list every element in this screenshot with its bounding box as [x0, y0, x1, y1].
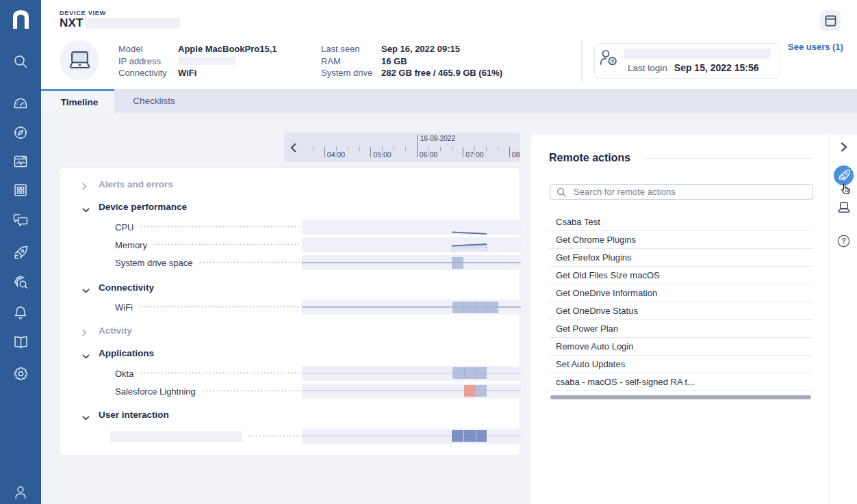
sidebar-item-gear[interactable]: [0, 366, 41, 382]
remote-action-item[interactable]: Get Chrome Plugins: [549, 231, 813, 249]
sidebar-item-chat[interactable]: [0, 213, 41, 228]
sidebar-item-bell[interactable]: [0, 305, 41, 321]
series-label[interactable]: Okta: [115, 369, 133, 379]
timeline-event-block[interactable]: [452, 367, 487, 379]
track-baseline: [302, 390, 521, 392]
remote-action-item[interactable]: Get Power Plan: [549, 320, 813, 338]
sidebar-item-book[interactable]: [0, 335, 41, 349]
gauge-icon: [13, 96, 28, 111]
timeline-series-row: Okta: [60, 366, 520, 381]
info-value: Sep 16, 2022 09:15: [381, 44, 460, 54]
timeline-track[interactable]: [302, 220, 521, 235]
timeline-series-row: [60, 429, 520, 444]
dotted-leader: [248, 435, 300, 437]
sidebar-item-window-chart[interactable]: [0, 154, 41, 169]
timeline-event-block[interactable]: [452, 430, 487, 442]
sidebar-item-person[interactable]: [0, 484, 41, 500]
bell-icon: [13, 305, 28, 321]
remote-action-item[interactable]: Get Old Files Size macOS: [549, 267, 813, 284]
chevron-down-icon[interactable]: [82, 203, 90, 215]
chevron-right-icon[interactable]: [82, 181, 87, 193]
series-label[interactable]: Salesforce Lightning: [115, 386, 196, 397]
remote-action-item[interactable]: Remove Auto Login: [549, 338, 813, 356]
mouse-cursor: [840, 183, 852, 198]
page-kicker: DEVICE VIEW: [60, 10, 106, 16]
sidebar-item-rocket[interactable]: [0, 245, 41, 261]
horizontal-scrollbar[interactable]: [550, 395, 811, 399]
timeline-event-block[interactable]: [452, 257, 463, 269]
tab-timeline[interactable]: Timeline: [41, 89, 114, 113]
chevron-right-icon[interactable]: [82, 327, 87, 339]
remote-actions-tool-active[interactable]: [830, 165, 857, 185]
axis-hour-tick: [370, 147, 371, 157]
timeline-track[interactable]: [302, 384, 521, 399]
info-label: IP address: [118, 56, 178, 66]
dotted-leader: [199, 261, 300, 263]
see-users-link[interactable]: See users (1): [788, 42, 843, 52]
timeline-track[interactable]: [302, 300, 521, 315]
sidebar-item-grid-apps[interactable]: [0, 183, 41, 198]
panel-collapse-chevron[interactable]: [830, 142, 857, 152]
help-button[interactable]: ?: [830, 235, 857, 248]
axis-hour-tick: [324, 147, 325, 157]
chevron-down-icon[interactable]: [82, 411, 90, 423]
dotted-leader: [153, 243, 300, 246]
axis-hour-label: 06:00: [420, 150, 437, 159]
axis-minor-tick: [359, 147, 360, 151]
chevron-down-icon[interactable]: [82, 284, 90, 296]
sidebar-item-compass[interactable]: [0, 125, 41, 140]
remote-action-item[interactable]: Csaba Test: [549, 213, 813, 231]
ip-redaction: [178, 57, 235, 65]
layout-toggle-button[interactable]: [820, 10, 841, 31]
device-tool[interactable]: [830, 202, 857, 213]
timeline-event-block[interactable]: [452, 302, 499, 313]
sidebar-item-search[interactable]: [0, 54, 41, 69]
group-label[interactable]: Alerts and errors: [99, 179, 173, 189]
remote-action-item[interactable]: csaba - macOS - self-signed RA t...: [549, 373, 813, 391]
remote-action-item[interactable]: Set Auto Updates: [549, 356, 813, 373]
series-label-redaction: [110, 431, 242, 442]
device-name: NXT: [60, 16, 84, 30]
rocket-icon: [12, 245, 29, 261]
chevron-down-icon[interactable]: [82, 349, 90, 362]
remote-action-item[interactable]: Get OneDrive Information: [549, 284, 813, 302]
sidebar-item-fingerprint-search[interactable]: [0, 274, 41, 290]
axis-hour-label: 07:00: [465, 150, 483, 159]
remote-actions-list: Csaba TestGet Chrome PluginsGet Firefox …: [549, 213, 813, 391]
remote-action-item[interactable]: Get Firefox Plugins: [549, 249, 813, 267]
info-label: System drive: [321, 68, 381, 78]
group-label[interactable]: Connectivity: [99, 282, 154, 293]
timeline-event-block[interactable]: [464, 385, 476, 397]
axis-hour-label: 04:00: [327, 150, 345, 159]
group-label[interactable]: User interaction: [99, 410, 169, 420]
nexthink-logo[interactable]: [0, 10, 41, 29]
tab-checklists[interactable]: Checklists: [114, 89, 194, 113]
sidebar-item-gauge[interactable]: [0, 96, 41, 111]
timeline-axis[interactable]: 04:0005:0006:0016-09-202207:0008: [284, 133, 520, 162]
remote-actions-search[interactable]: [550, 184, 813, 200]
timeline-event-block[interactable]: [475, 385, 487, 397]
timeline-track[interactable]: [302, 429, 521, 444]
axis-date-tick: [417, 135, 418, 157]
timeline-track[interactable]: [302, 237, 521, 252]
timeline-track[interactable]: [302, 366, 521, 381]
last-login-label: Last login: [628, 63, 667, 73]
timeline-track[interactable]: [302, 255, 521, 270]
series-label[interactable]: Memory: [115, 240, 147, 250]
series-label[interactable]: WiFi: [115, 302, 133, 313]
series-label[interactable]: CPU: [115, 222, 133, 233]
timeline-series-row: System drive space: [60, 255, 520, 270]
rocket-icon: [834, 165, 854, 185]
remote-actions-search-input[interactable]: [574, 187, 813, 197]
group-label[interactable]: Applications: [99, 348, 154, 358]
device-info-primary: ModelApple MacBookPro15,1 IP address Con…: [118, 43, 277, 79]
group-label[interactable]: Activity: [99, 326, 132, 336]
axis-back-chevron[interactable]: [290, 143, 296, 155]
series-label[interactable]: System drive space: [115, 258, 192, 268]
user-card[interactable]: ? Last login Sep 15, 2022 15:56: [594, 43, 780, 79]
info-label: Last seen: [321, 44, 381, 54]
group-label[interactable]: Device performance: [99, 202, 187, 212]
axis-hour-tick: [463, 147, 463, 157]
remote-action-item[interactable]: Get OneDrive Status: [549, 302, 813, 320]
username-redaction: [624, 49, 771, 59]
